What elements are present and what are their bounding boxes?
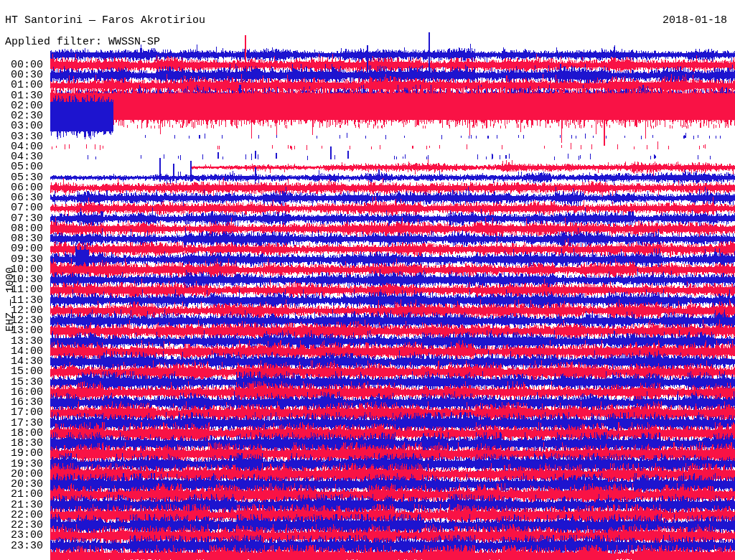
helicorder-page: HT Santorini — Faros Akrotiriou Applied …: [0, 0, 735, 560]
seismogram-canvas: [0, 0, 735, 560]
date-label: 2018-01-18: [663, 14, 727, 27]
channel-scale-label: EHZ — 1000: [4, 267, 17, 332]
time-label: 23:30: [11, 541, 43, 552]
